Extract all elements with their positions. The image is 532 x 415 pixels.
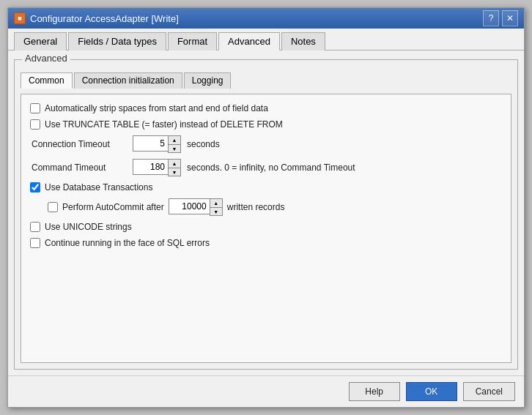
autocommit-row: Perform AutoCommit after ▲ ▼ written rec… [30,198,502,216]
close-button[interactable]: ✕ [502,10,518,26]
strip-spaces-row: Automatically strip spaces from start an… [30,103,502,113]
tab-fields-data-types[interactable]: Fields / Data types [68,32,166,51]
inner-tab-content: Automatically strip spaces from start an… [21,94,511,363]
truncate-table-checkbox[interactable] [30,119,40,130]
continue-sql-errors-row: Continue running in the face of SQL erro… [30,238,502,248]
command-timeout-spinner: ▲ ▼ [133,159,181,176]
ok-button[interactable]: OK [406,382,457,401]
autocommit-down[interactable]: ▼ [210,207,222,215]
title-bar: ■ Configurator AccessAdapter [Write] ? ✕ [8,8,524,29]
unicode-checkbox[interactable] [30,222,40,232]
tab-advanced[interactable]: Advanced [218,32,280,51]
command-timeout-label: Command Timeout [32,162,127,173]
connection-timeout-spinner: ▲ ▼ [133,135,181,153]
help-icon-button[interactable]: ? [483,10,499,26]
main-window: ■ Configurator AccessAdapter [Write] ? ✕… [7,7,525,408]
connection-timeout-input[interactable] [133,135,168,152]
connection-timeout-down[interactable]: ▼ [169,144,180,152]
connection-timeout-up[interactable]: ▲ [169,136,180,144]
group-box-legend: Advanced [22,53,70,64]
inner-tab-connection-init[interactable]: Connection initialization [74,72,182,89]
command-timeout-suffix: seconds. 0 = infinity, no Command Timeou… [187,162,355,173]
autocommit-spinner: ▲ ▼ [169,198,223,216]
inner-tab-common[interactable]: Common [21,72,73,89]
inner-tab-logging[interactable]: Logging [184,72,232,89]
autocommit-suffix: written records [227,202,285,212]
autocommit-input[interactable] [169,198,210,214]
command-timeout-row: Command Timeout ▲ ▼ seconds. 0 = infinit… [30,159,502,176]
continue-sql-errors-checkbox[interactable] [30,238,40,248]
advanced-group-box: Advanced Common Connection initializatio… [14,59,518,370]
connection-timeout-label: Connection Timeout [32,139,127,149]
group-content: Common Connection initialization Logging… [15,60,517,369]
bottom-bar: Help OK Cancel [8,375,524,407]
window-title: Configurator AccessAdapter [Write] [30,13,179,24]
use-db-transactions-row: Use Database Transactions [30,182,502,192]
use-db-transactions-checkbox[interactable] [30,182,40,192]
content-area: Advanced Common Connection initializatio… [8,51,524,375]
connection-timeout-spinner-buttons: ▲ ▼ [168,135,181,153]
truncate-table-row: Use TRUNCATE TABLE (= faster) instead of… [30,119,502,130]
connection-timeout-row: Connection Timeout ▲ ▼ seconds [30,135,502,153]
main-tab-bar: General Fields / Data types Format Advan… [8,29,524,51]
continue-sql-errors-label: Continue running in the face of SQL erro… [45,238,210,248]
strip-spaces-label: Automatically strip spaces from start an… [45,103,268,113]
tab-format[interactable]: Format [168,32,217,51]
inner-tab-bar: Common Connection initialization Logging [21,72,511,88]
truncate-table-label: Use TRUNCATE TABLE (= faster) instead of… [45,119,283,130]
app-icon: ■ [14,12,26,24]
connection-timeout-suffix: seconds [187,139,220,149]
title-buttons: ? ✕ [483,10,518,26]
title-bar-left: ■ Configurator AccessAdapter [Write] [14,12,179,24]
autocommit-label: Perform AutoCommit after [62,202,164,212]
unicode-row: Use UNICODE strings [30,222,502,232]
command-timeout-up[interactable]: ▲ [169,160,180,168]
tab-notes[interactable]: Notes [281,32,325,51]
autocommit-spinner-buttons: ▲ ▼ [210,198,223,216]
cancel-button[interactable]: Cancel [463,382,515,401]
tab-general[interactable]: General [14,32,67,51]
autocommit-up[interactable]: ▲ [210,199,222,207]
unicode-label: Use UNICODE strings [45,222,132,232]
use-db-transactions-label: Use Database Transactions [45,182,152,192]
help-button[interactable]: Help [349,382,400,401]
autocommit-checkbox[interactable] [48,202,58,212]
command-timeout-down[interactable]: ▼ [169,168,180,176]
strip-spaces-checkbox[interactable] [30,103,40,113]
command-timeout-spinner-buttons: ▲ ▼ [168,159,181,176]
command-timeout-input[interactable] [133,159,168,175]
